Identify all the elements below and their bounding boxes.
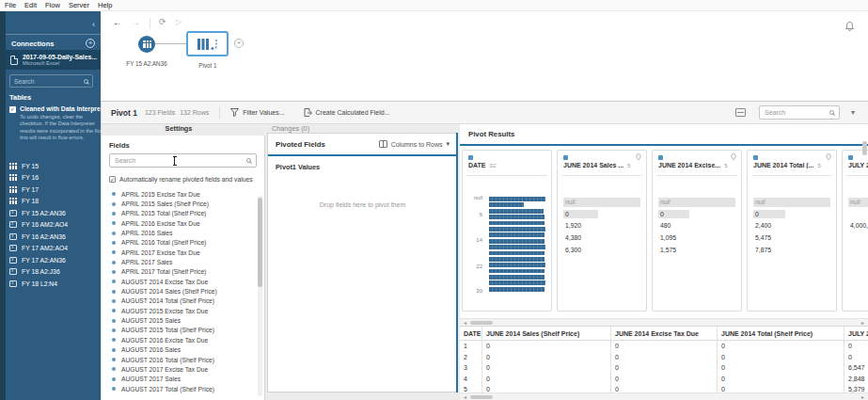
table-list-item[interactable]: FY 15 A2:AN36 (9, 207, 101, 219)
cards-horizontal-scrollbar[interactable]: ◄ ► (460, 318, 868, 326)
card-value-row[interactable]: 4,380 (563, 233, 640, 243)
add-step-button[interactable]: + (234, 39, 244, 48)
field-list-item[interactable]: AUGUST 2016 Sales (109, 345, 257, 355)
card-value-row[interactable]: 480 (658, 221, 735, 231)
histogram-bar[interactable] (489, 269, 544, 274)
field-list-item[interactable]: APRIL 2015 Total (Shelf Price) (109, 209, 257, 218)
grid-header-cell[interactable]: JUNE 2014 Sales (Shelf Price) (482, 327, 611, 341)
table-list-item[interactable]: FY 16 (9, 172, 101, 184)
histogram-bar[interactable] (489, 197, 545, 201)
undo-icon[interactable]: ← (113, 17, 122, 27)
profile-card[interactable]: DATE32null6142230 (462, 150, 552, 312)
field-list-item[interactable]: APRIL 2017 Excise Tax Due (109, 248, 257, 257)
grid-header-cell[interactable]: JUNE 2014 Excise Tax Due (611, 327, 718, 341)
data-interpreter-checkbox[interactable]: ✓ (9, 106, 16, 113)
drop-zone-hint[interactable]: Drop fields here to pivot them (268, 201, 457, 208)
card-value-row[interactable]: 2,400 (753, 221, 830, 231)
histogram-bar[interactable] (489, 287, 544, 292)
menu-item-help[interactable]: Help (98, 1, 112, 9)
histogram-bar[interactable] (489, 239, 544, 244)
grid-header-cell[interactable]: JUNE 2014 Total (Shelf Price) (718, 327, 844, 341)
alerts-bell-icon[interactable] (844, 21, 855, 32)
view-toggle-icon[interactable] (735, 108, 746, 117)
collapse-sidebar-icon[interactable]: ‹ (92, 21, 95, 29)
flow-canvas[interactable]: ← → ⟳ ▷ + FY 15 A2:AN36 Pivot 1 (101, 11, 868, 101)
card-value-row[interactable]: 1,575 (658, 246, 735, 255)
table-list-item[interactable]: FY 16 AM2:AO4 (9, 219, 101, 232)
card-value-row[interactable]: 1,095 (658, 233, 735, 243)
auto-rename-checkbox[interactable]: ✓ (109, 176, 116, 183)
field-list-item[interactable]: AUGUST 2016 Total (Shelf Price) (109, 355, 257, 364)
field-list-item[interactable]: AUGUST 2015 Excise Tax Due (109, 306, 257, 315)
fields-search-input[interactable]: Search (109, 153, 257, 168)
field-list-item[interactable]: AUGUST 2016 Excise Tax Due (109, 335, 257, 344)
grid-row[interactable]: 40002,848 (460, 374, 868, 385)
menu-item-file[interactable]: File (5, 1, 16, 9)
profile-search-input[interactable]: Search (759, 105, 840, 120)
profile-card[interactable]: JUNE 2014 Total (...5null02,4005,4757,87… (747, 150, 837, 312)
card-value-row[interactable]: 6,300 (563, 246, 640, 255)
table-list-item[interactable]: FY 16 A2:AN36 (9, 231, 101, 243)
input-node[interactable] (138, 36, 155, 53)
field-list-item[interactable]: APRIL 2017 Sales (109, 257, 257, 266)
histogram-bar[interactable] (489, 227, 545, 232)
pivot-mode-dropdown[interactable]: Columns to Rows ▾ (379, 140, 450, 148)
histogram-bar[interactable] (489, 280, 545, 285)
field-list-item[interactable]: APRIL 2015 Excise Tax Due (109, 189, 257, 199)
card-value-row[interactable]: 0 (658, 210, 735, 219)
collapse-pane-icon[interactable]: ▾ (851, 108, 855, 117)
create-calculated-field-button[interactable]: Create Calculated Field... (304, 108, 390, 117)
field-list-item[interactable]: AUGUST 2017 Excise Tax Due (109, 364, 257, 374)
histogram-bar[interactable] (489, 202, 524, 207)
field-list-item[interactable]: AUGUST 2014 Sales (Shelf Price) (109, 286, 257, 296)
fields-scrollbar[interactable] (258, 196, 262, 396)
profile-card[interactable]: JUNE 2014 Excise...5null04801,0951,575 (652, 150, 742, 312)
pivot-node-selected[interactable] (186, 31, 229, 56)
tab-settings[interactable]: Settings (102, 124, 256, 136)
menu-item-edit[interactable]: Edit (24, 1, 37, 9)
field-list-item[interactable]: AUGUST 2014 Total (Shelf Price) (109, 296, 257, 306)
sidebar-search-input[interactable]: Search (9, 74, 93, 88)
card-value-row[interactable]: 5,475 (753, 233, 830, 243)
table-list-item[interactable]: FY 18 A2:J36 (9, 266, 101, 279)
histogram-bar[interactable] (489, 275, 544, 280)
field-list-item[interactable]: AUGUST 2015 Total (Shelf Price) (109, 326, 257, 335)
grid-row[interactable]: 20000 (460, 352, 868, 363)
table-list-item[interactable]: FY 17 AM2:AO4 (9, 243, 101, 255)
card-value-row[interactable]: null (753, 198, 830, 207)
histogram-bar[interactable] (489, 251, 544, 256)
card-value-row[interactable]: 0 (563, 210, 640, 219)
histogram-bar[interactable] (489, 221, 544, 226)
connection-item[interactable]: 2017-09-05-Daily-Sales... Microsoft Exce… (6, 50, 101, 70)
add-connection-button[interactable]: + (86, 39, 95, 48)
table-list-item[interactable]: FY 17 A2:AN36 (9, 254, 101, 266)
grid-vertical-scrollbar[interactable] (862, 139, 867, 399)
refresh-icon[interactable]: ⟳ (159, 17, 166, 26)
histogram-bar[interactable] (489, 257, 544, 262)
card-value-row[interactable]: null (563, 198, 640, 207)
histogram-bar[interactable] (489, 209, 544, 214)
pin-icon[interactable] (731, 153, 736, 161)
table-list-item[interactable]: FY 17 (9, 184, 101, 196)
grid-header-cell[interactable]: DATE (460, 327, 482, 341)
card-value-row[interactable]: 1,920 (563, 221, 640, 231)
card-value-row[interactable]: 0 (753, 210, 830, 219)
field-list-item[interactable]: AUGUST 2017 Total (Shelf Price) (109, 384, 257, 393)
histogram-bar[interactable] (489, 215, 544, 219)
pin-icon[interactable] (826, 153, 831, 161)
field-list-item[interactable]: AUGUST 2017 Sales (109, 375, 257, 384)
field-list-item[interactable]: APRIL 2017 Total (Shelf Price) (109, 267, 257, 277)
menu-item-flow[interactable]: Flow (45, 1, 60, 9)
histogram-bar[interactable] (489, 263, 545, 267)
field-list-item[interactable]: AUGUST 2014 Excise Tax Due (109, 277, 257, 286)
grid-row[interactable]: 30006,547 (460, 362, 868, 374)
filter-values-button[interactable]: Filter Values... (230, 108, 284, 117)
card-value-row[interactable]: 7,875 (753, 246, 830, 255)
table-list-item[interactable]: FY 18 L2:N4 (9, 278, 101, 290)
field-list-item[interactable]: APRIL 2016 Excise Tax Due (109, 218, 257, 228)
field-list-item[interactable]: APRIL 2016 Total (Shelf Price) (109, 238, 257, 248)
table-list-item[interactable]: FY 15 (9, 160, 101, 172)
histogram-bar[interactable] (489, 245, 545, 249)
field-list-item[interactable]: APRIL 2016 Sales (109, 228, 257, 237)
profile-card[interactable]: JUNE 2014 Sales ...5null01,9204,3806,300 (557, 150, 647, 312)
